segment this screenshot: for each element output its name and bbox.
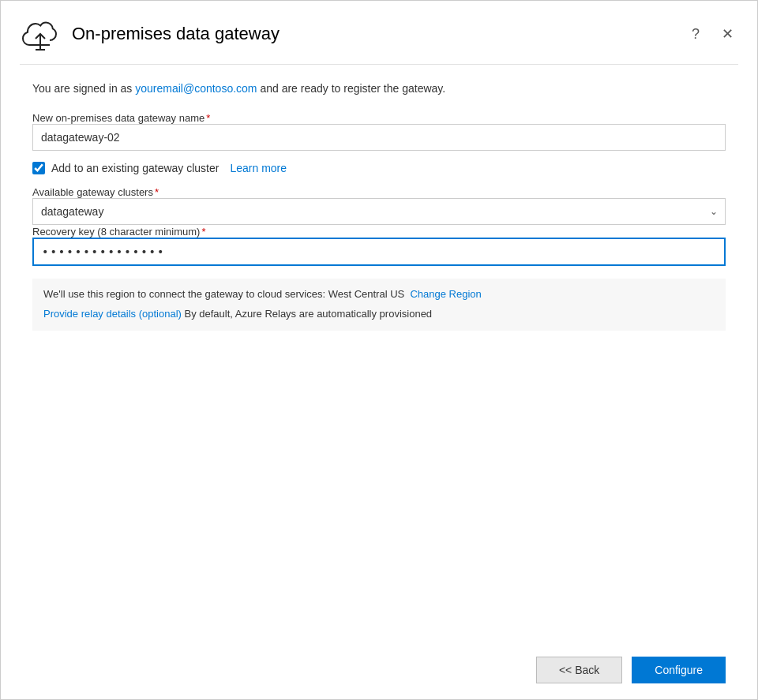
learn-more-link[interactable]: Learn more [230,162,287,174]
checkbox-label: Add to an existing gateway cluster [51,162,219,174]
info-box: We'll use this region to connect the gat… [32,279,726,331]
cluster-checkbox[interactable] [32,162,45,174]
recovery-key-required: * [201,226,205,238]
cluster-required: * [155,186,159,198]
gateway-name-section: New on-premises data gateway name* [32,111,726,151]
cluster-label: Available gateway clusters* [32,186,159,198]
gateway-name-label: New on-premises data gateway name* [32,112,210,124]
title-left: On-premises data gateway [20,17,280,51]
back-button[interactable]: << Back [536,657,622,683]
recovery-key-section: Recovery key (8 character minimum)* [32,225,726,266]
cluster-select-wrapper: datagateway datagateway-01 datagateway-0… [32,198,726,225]
email-link[interactable]: youremail@contoso.com [135,82,257,95]
footer: << Back Configure [1,641,757,699]
relay-info: Provide relay details (optional) By defa… [43,306,715,323]
configure-button[interactable]: Configure [632,657,726,683]
cluster-select[interactable]: datagateway datagateway-01 datagateway-0… [32,198,726,225]
cloud-upload-icon [20,17,61,51]
gateway-name-input[interactable] [32,124,726,151]
recovery-key-input[interactable] [32,238,726,266]
dialog: On-premises data gateway ? ✕ You are sig… [0,0,758,700]
recovery-key-label: Recovery key (8 character minimum)* [32,226,205,238]
help-button[interactable]: ? [687,24,704,44]
subtitle-prefix: You are signed in as [32,82,135,95]
change-region-link[interactable]: Change Region [410,288,481,300]
relay-text: By default, Azure Relays are automatical… [182,308,432,320]
region-info: We'll use this region to connect the gat… [43,286,715,303]
subtitle: You are signed in as youremail@contoso.c… [32,80,726,97]
title-bar: On-premises data gateway ? ✕ [1,1,757,64]
title-actions: ? ✕ [687,24,738,44]
region-text: We'll use this region to connect the gat… [43,288,404,300]
content: You are signed in as youremail@contoso.c… [1,65,757,641]
close-button[interactable]: ✕ [717,24,738,44]
cluster-section: Available gateway clusters* datagateway … [32,185,726,225]
dialog-title: On-premises data gateway [72,24,280,44]
subtitle-suffix: and are ready to register the gateway. [257,82,446,95]
gateway-name-required: * [206,112,210,124]
relay-link[interactable]: Provide relay details (optional) [43,308,182,320]
checkbox-row: Add to an existing gateway cluster Learn… [32,162,726,174]
